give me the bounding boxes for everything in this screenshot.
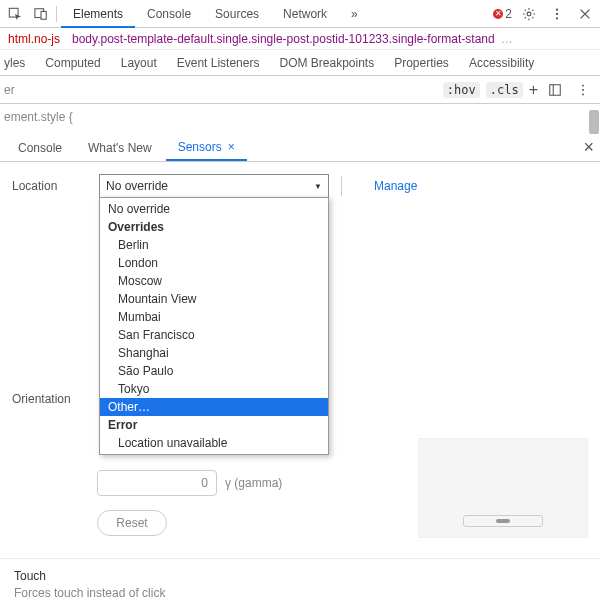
dd-city-mountain-view[interactable]: Mountain View [100, 290, 328, 308]
subtab-event-listeners[interactable]: Event Listeners [167, 50, 270, 75]
dd-city-moscow[interactable]: Moscow [100, 272, 328, 290]
close-icon[interactable] [574, 3, 596, 25]
scrollbar-thumb[interactable] [589, 110, 599, 134]
devtools-toolbar: Elements Console Sources Network » ✕2 [0, 0, 600, 28]
error-count: 2 [505, 7, 512, 21]
dd-city-tokyo[interactable]: Tokyo [100, 380, 328, 398]
style-rule[interactable]: ement.style { [0, 104, 600, 132]
dd-city-shanghai[interactable]: Shanghai [100, 344, 328, 362]
inspect-icon[interactable] [4, 3, 26, 25]
breadcrumb-ellipsis: … [499, 32, 515, 46]
reset-button[interactable]: Reset [97, 510, 167, 536]
dd-no-override[interactable]: No override [100, 200, 328, 218]
manage-link[interactable]: Manage [374, 179, 417, 193]
drawer-tabs: Console What's New Sensors × × [0, 134, 600, 162]
drawer-tab-whatsnew[interactable]: What's New [76, 134, 164, 161]
dd-error-header: Error [100, 416, 328, 434]
svg-point-11 [582, 93, 584, 95]
location-selected-value: No override [106, 179, 168, 193]
new-style-rule-icon[interactable]: + [529, 81, 538, 99]
device-toggle-icon[interactable] [30, 3, 52, 25]
gamma-input[interactable] [97, 470, 217, 496]
filter-text-cut[interactable]: er [0, 83, 15, 97]
location-label: Location [12, 179, 87, 193]
dd-city-san-francisco[interactable]: San Francisco [100, 326, 328, 344]
drawer-tab-console[interactable]: Console [6, 134, 74, 161]
svg-point-3 [527, 12, 531, 16]
svg-point-9 [582, 84, 584, 86]
tab-elements[interactable]: Elements [61, 0, 135, 27]
subtab-computed[interactable]: Computed [35, 50, 110, 75]
kebab-icon[interactable] [546, 3, 568, 25]
svg-point-10 [582, 89, 584, 91]
drawer-tab-sensors[interactable]: Sensors × [166, 134, 247, 161]
dd-city-mumbai[interactable]: Mumbai [100, 308, 328, 326]
tab-close-icon[interactable]: × [228, 140, 235, 154]
location-row: Location No override ▼ Manage [12, 174, 588, 198]
tab-sources[interactable]: Sources [203, 0, 271, 27]
dd-city-london[interactable]: London [100, 254, 328, 272]
breadcrumb-html[interactable]: html.no-js [8, 32, 60, 46]
subtab-dom-breakpoints[interactable]: DOM Breakpoints [269, 50, 384, 75]
subtab-styles-cut[interactable]: yles [0, 50, 35, 75]
subtab-accessibility[interactable]: Accessibility [459, 50, 544, 75]
tab-network[interactable]: Network [271, 0, 339, 27]
svg-rect-7 [550, 84, 561, 95]
gear-icon[interactable] [518, 3, 540, 25]
tab-console[interactable]: Console [135, 0, 203, 27]
breadcrumb[interactable]: html.no-js body.post-template-default.si… [0, 28, 600, 50]
style-rule-text: ement.style { [0, 110, 73, 124]
dd-city-berlin[interactable]: Berlin [100, 236, 328, 254]
orientation-label: Orientation [12, 388, 97, 548]
chevron-down-icon: ▼ [314, 182, 322, 191]
dd-other[interactable]: Other… [100, 398, 328, 416]
styles-subtabs: yles Computed Layout Event Listeners DOM… [0, 50, 600, 76]
cls-toggle[interactable]: .cls [486, 82, 523, 98]
filter-row: er :hov .cls + [0, 76, 600, 104]
svg-point-6 [556, 17, 558, 19]
location-select[interactable]: No override ▼ [99, 174, 329, 198]
tabs-overflow[interactable]: » [339, 0, 370, 27]
error-badge[interactable]: ✕2 [493, 7, 512, 21]
dd-city-sao-paulo[interactable]: São Paulo [100, 362, 328, 380]
gamma-label: γ (gamma) [225, 476, 282, 490]
svg-point-4 [556, 8, 558, 10]
touch-title: Touch [14, 569, 586, 583]
panel-tabs: Elements Console Sources Network » [61, 0, 489, 27]
dd-overrides-header: Overrides [100, 218, 328, 236]
dd-location-unavailable[interactable]: Location unavailable [100, 434, 328, 452]
panel-layout-icon[interactable] [544, 79, 566, 101]
sensors-panel: Location No override ▼ Manage No overrid… [0, 162, 600, 548]
drawer-close-icon[interactable]: × [583, 137, 594, 158]
touch-subtitle: Forces touch instead of click [14, 586, 586, 600]
touch-section: Touch Forces touch instead of click [0, 558, 600, 610]
orientation-preview[interactable] [418, 438, 588, 538]
breadcrumb-body[interactable]: body.post-template-default.single.single… [72, 32, 495, 46]
location-dropdown: No override Overrides Berlin London Mosc… [99, 197, 329, 455]
svg-rect-2 [41, 11, 46, 19]
subtab-layout[interactable]: Layout [111, 50, 167, 75]
svg-point-5 [556, 12, 558, 14]
phone-icon [463, 515, 543, 527]
subtab-properties[interactable]: Properties [384, 50, 459, 75]
hov-toggle[interactable]: :hov [443, 82, 480, 98]
more-icon[interactable] [572, 79, 594, 101]
